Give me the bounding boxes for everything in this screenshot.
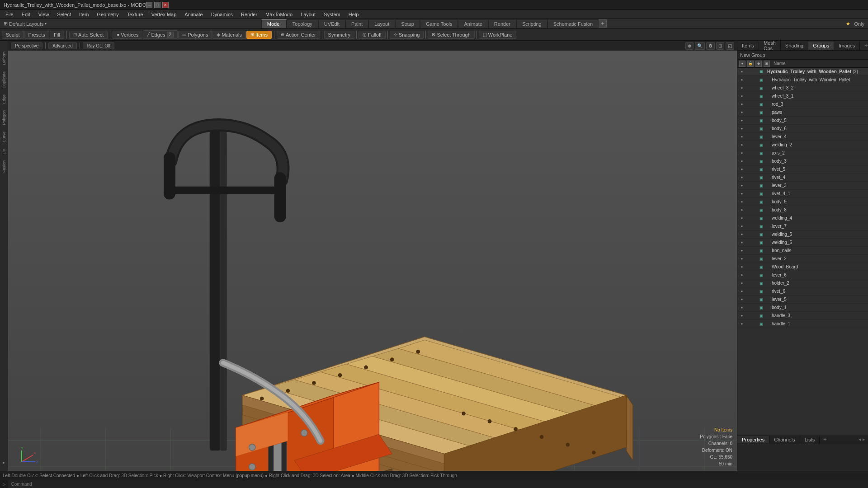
advanced-button[interactable]: Advanced (48, 42, 76, 49)
list-item-21[interactable]: ● ▣ welding_6 (737, 239, 868, 247)
tab-game-tools[interactable]: Game Tools (420, 19, 458, 28)
list-item-14[interactable]: ● ▣ lever_3 (737, 182, 868, 190)
sidebar-tab-polygon[interactable]: Polygon (1, 108, 7, 128)
items-button[interactable]: ⊞ Items (246, 31, 272, 39)
symmetry-button[interactable]: Symmetry (324, 31, 355, 39)
fill-button[interactable]: Fill (50, 31, 64, 39)
sidebar-tab-blank[interactable] (3, 42, 5, 48)
header-icon-eye[interactable]: ● (739, 61, 745, 67)
menu-system[interactable]: System (320, 11, 344, 18)
menu-vertex-map[interactable]: Vertex Map (148, 11, 180, 18)
menu-edit[interactable]: Edit (18, 11, 34, 18)
menu-animate[interactable]: Animate (181, 11, 206, 18)
list-item-17[interactable]: ● ▣ body_8 (737, 206, 868, 214)
layout-selector[interactable]: ⊞ Default Layouts ▾ (4, 21, 47, 27)
tab-scripting[interactable]: Scripting (516, 19, 547, 28)
list-item-27[interactable]: ● ▣ rivet_6 (737, 287, 868, 296)
menu-item[interactable]: Item (75, 11, 92, 18)
tab-paint[interactable]: Paint (345, 19, 368, 28)
tab-setup[interactable]: Setup (395, 19, 420, 28)
falloff-button[interactable]: ◎ Falloff (359, 31, 386, 39)
list-item-1[interactable]: ● ▣ Hydraulic_Trolley_with_Wooden_Pallet (737, 76, 868, 84)
auto-select-button[interactable]: ⊡ Auto Select (69, 31, 108, 39)
sidebar-tab-curve[interactable]: Curve (1, 129, 7, 145)
workplane-button[interactable]: ⬚ WorkPlane (479, 31, 517, 39)
prop-tab-properties[interactable]: Properties (737, 436, 769, 443)
viewport-3d[interactable]: No Items Polygons : Face Channels: 0 Def… (8, 51, 737, 471)
header-icon-render[interactable]: ◆ (755, 61, 762, 67)
list-item-28[interactable]: ● ▣ lever_5 (737, 296, 868, 304)
group-eye-icon[interactable]: ● (739, 70, 745, 74)
sidebar-tab-uv[interactable]: UV (1, 146, 7, 157)
list-item-30[interactable]: ● ▣ handle_3 (737, 312, 868, 320)
prop-add-tab-button[interactable]: + (820, 436, 830, 443)
list-item-15[interactable]: ● ▣ rivet_4_1 (737, 190, 868, 198)
rp-tab-items[interactable]: Items (737, 42, 759, 50)
rp-tab-images[interactable]: Images (834, 42, 860, 50)
list-item-11[interactable]: ● ▣ body_3 (737, 157, 868, 165)
prop-panel-expand[interactable]: ◂ ▸ (856, 436, 868, 442)
sidebar-tab-deform[interactable]: Deform (1, 49, 7, 68)
prop-tab-lists[interactable]: Lists (800, 436, 820, 443)
list-item-5[interactable]: ● ▣ paws (737, 108, 868, 117)
tab-render[interactable]: Render (488, 19, 516, 28)
list-item-24[interactable]: ● ▣ Wood_Board (737, 263, 868, 271)
list-item-2[interactable]: ● ▣ wheel_3_2 (737, 84, 868, 92)
header-icon-type[interactable]: ▣ (764, 61, 770, 67)
sidebar-collapse-button[interactable]: ◂ (1, 458, 7, 468)
menu-texture[interactable]: Texture (123, 11, 147, 18)
ray-gl-button[interactable]: Ray GL: Off (83, 42, 115, 49)
vp-icon-expand[interactable]: ◱ (726, 42, 734, 50)
menu-maxtomodo[interactable]: MaxToModo (262, 11, 296, 18)
tab-model[interactable]: Model (261, 19, 287, 28)
vp-icon-fullscreen[interactable]: ⊡ (716, 42, 724, 50)
maximize-button[interactable]: □ (154, 2, 160, 8)
sidebar-tab-edge[interactable]: Edge (1, 92, 7, 107)
list-item-31[interactable]: ● ▣ handle_1 (737, 320, 868, 328)
polygons-button[interactable]: ▭ Polygons (178, 31, 212, 39)
tab-uvedit[interactable]: UVEdit (318, 19, 345, 28)
select-through-button[interactable]: ⊠ Select Through (428, 31, 474, 39)
list-item-19[interactable]: ● ▣ lever_7 (737, 222, 868, 230)
edges-button[interactable]: ╱ Edges 2 (143, 30, 178, 39)
rp-tab-shading[interactable]: Shading (781, 42, 808, 50)
sidebar-tab-fusion[interactable]: Fusion (1, 158, 7, 175)
rp-tab-groups[interactable]: Groups (808, 42, 834, 50)
command-input[interactable] (8, 480, 868, 488)
list-item-4[interactable]: ● ▣ rod_3 (737, 100, 868, 108)
action-center-button[interactable]: ⊕ Action Center (277, 31, 320, 39)
materials-button[interactable]: ◈ Materials (212, 31, 246, 39)
scene-list[interactable]: ● ▣ Hydraulic_Trolley_with_Wooden_Pallet… (737, 68, 868, 435)
list-item-20[interactable]: ● ▣ welding_5 (737, 230, 868, 239)
list-item-12[interactable]: ● ▣ rivet_5 (737, 165, 868, 174)
list-item-3[interactable]: ● ▣ wheel_3_1 (737, 92, 868, 100)
menu-help[interactable]: Help (345, 11, 363, 18)
vp-icon-settings[interactable]: ⚙ (706, 42, 715, 50)
sculpt-button[interactable]: Sculpt (2, 31, 24, 39)
menu-dynamics[interactable]: Dynamics (208, 11, 236, 18)
list-item-26[interactable]: ● ▣ holder_2 (737, 279, 868, 287)
list-item-9[interactable]: ● ▣ welding_2 (737, 141, 868, 149)
vp-icon-link[interactable]: ⊕ (685, 42, 693, 50)
new-group-label[interactable]: New Group (740, 52, 765, 58)
list-item-13[interactable]: ● ▣ rivet_4 (737, 174, 868, 182)
tab-schematic-fusion[interactable]: Schematic Fusion (547, 19, 599, 28)
presets-button[interactable]: Presets (24, 31, 49, 39)
menu-layout[interactable]: Layout (297, 11, 319, 18)
list-item-10[interactable]: ● ▣ axis_2 (737, 149, 868, 157)
rp-add-tab-button[interactable]: + (862, 42, 868, 49)
header-icon-lock[interactable]: 🔒 (747, 61, 754, 67)
prop-tab-channels[interactable]: Channels (769, 436, 800, 443)
minimize-button[interactable]: ─ (146, 2, 152, 8)
perspective-button[interactable]: Perspective (11, 42, 42, 49)
list-item-7[interactable]: ● ▣ body_6 (737, 125, 868, 133)
list-item-23[interactable]: ● ▣ lever_2 (737, 255, 868, 263)
list-item-22[interactable]: ● ▣ Iron_nails (737, 247, 868, 255)
menu-render[interactable]: Render (237, 11, 261, 18)
vertices-button[interactable]: ● Vertices (113, 31, 142, 39)
snapping-button[interactable]: ⊹ Snapping (390, 31, 424, 39)
menu-geometry[interactable]: Geometry (93, 11, 122, 18)
scene-group-header[interactable]: ● ▣ Hydraulic_Trolley_with_Wooden_Pallet… (737, 68, 868, 76)
tab-animate[interactable]: Animate (458, 19, 488, 28)
tab-topology[interactable]: Topology (287, 19, 318, 28)
